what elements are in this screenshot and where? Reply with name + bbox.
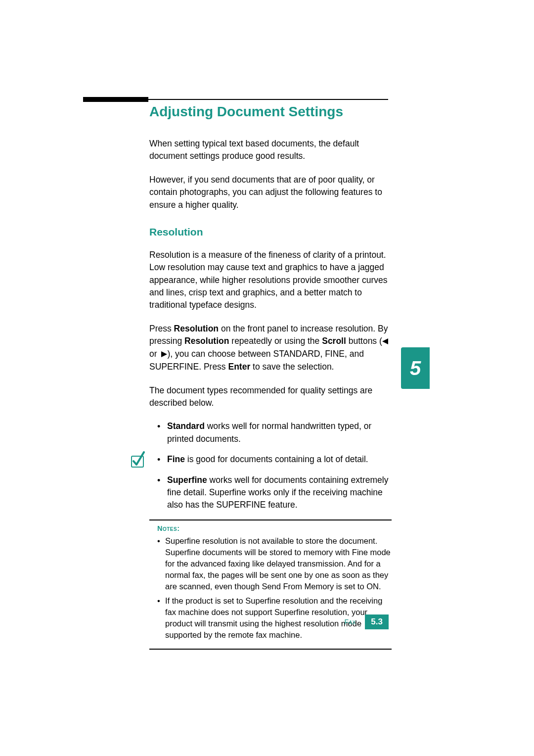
- text-span: or: [149, 349, 159, 359]
- text-span: buttons (: [346, 336, 382, 346]
- svg-marker-0: [382, 338, 388, 344]
- note-item-1: Superfine resolution is not available to…: [157, 535, 392, 592]
- rule-line: [148, 99, 388, 100]
- bullet-superfine: Superfine works well for documents conta…: [157, 474, 392, 512]
- bold-scroll: Scroll: [322, 336, 346, 346]
- text-span: to save the selection.: [250, 362, 334, 372]
- rule-mark: [83, 97, 148, 102]
- text-span: repeatedly or using the: [229, 336, 322, 346]
- text-span: Press: [149, 324, 174, 333]
- bullet-bold: Superfine: [167, 475, 207, 485]
- arrow-left-icon: [382, 335, 390, 348]
- chapter-number: 5: [410, 357, 421, 379]
- bold-resolution-2: Resolution: [184, 336, 229, 346]
- notes-label: Notes:: [157, 524, 392, 532]
- bullet-standard: Standard works well for normal handwritt…: [157, 420, 392, 445]
- bullet-bold: Standard: [167, 421, 205, 431]
- bullet-fine: Fine is good for documents containing a …: [157, 453, 392, 466]
- bullet-text: is good for documents containing a lot o…: [185, 454, 368, 464]
- subheading-resolution: Resolution: [149, 226, 392, 238]
- bold-enter: Enter: [228, 362, 250, 372]
- content-area: Adjusting Document Settings When setting…: [149, 104, 392, 650]
- footer-page-number: 5.3: [365, 614, 389, 629]
- bold-resolution-1: Resolution: [174, 324, 219, 333]
- resolution-bullets: Standard works well for normal handwritt…: [149, 420, 392, 511]
- notes-box: Notes: Superfine resolution is not avail…: [149, 520, 392, 650]
- chapter-tab: 5: [401, 347, 430, 389]
- footer-section-label: Fax: [345, 618, 356, 626]
- checkmark-note-icon: [130, 451, 145, 468]
- resolution-para-3: The document types recommended for quali…: [149, 384, 392, 410]
- intro-para-1: When setting typical text based document…: [149, 138, 392, 163]
- svg-marker-1: [161, 351, 167, 357]
- page-title: Adjusting Document Settings: [149, 104, 392, 120]
- footer: Fax 5.3: [0, 614, 534, 629]
- intro-para-2: However, if you send documents that are …: [149, 174, 392, 211]
- arrow-right-icon: [159, 348, 167, 361]
- resolution-para-2: Press Resolution on the front panel to i…: [149, 323, 392, 374]
- bullet-bold: Fine: [167, 454, 185, 464]
- resolution-para-1: Resolution is a measure of the fineness …: [149, 249, 392, 312]
